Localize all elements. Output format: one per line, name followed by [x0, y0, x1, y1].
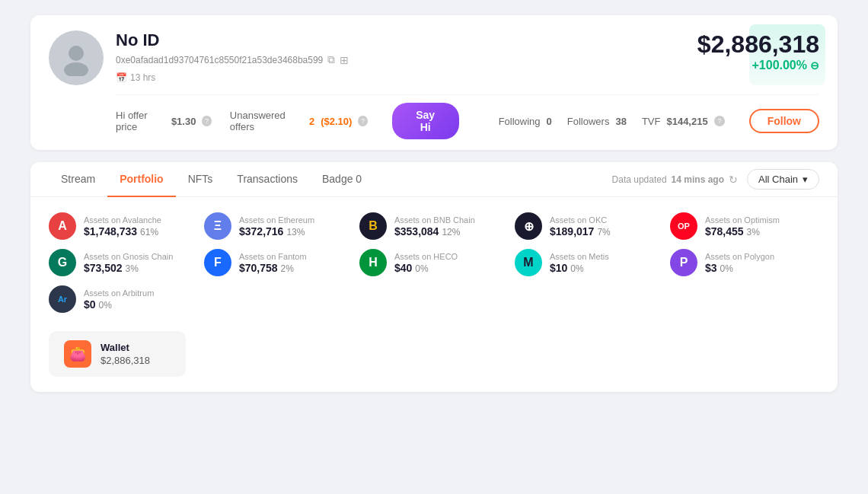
fantom-icon: F	[204, 249, 231, 276]
wallet-label: Wallet	[101, 342, 150, 353]
refresh-icon[interactable]: ↻	[729, 174, 738, 186]
followers-count: 38	[615, 116, 626, 127]
asset-chain-name-heco: Assets on HECO	[394, 252, 458, 261]
tab-stream[interactable]: Stream	[49, 162, 107, 197]
asset-pct-gnosis: 3%	[126, 263, 139, 274]
tvf-label: TVF	[642, 116, 661, 127]
polygon-icon: P	[670, 249, 697, 276]
asset-chain-name-okc: Assets on OKC	[550, 215, 611, 225]
asset-chain-name-polygon: Assets on Polygon	[705, 252, 774, 261]
asset-value-okc: $189,0177%	[550, 225, 611, 237]
assets-grid: AAssets on Avalanche$1,748,73361%ΞAssets…	[49, 212, 819, 313]
following-label: Following	[499, 116, 541, 127]
asset-value-ethereum: $372,71613%	[239, 225, 314, 237]
asset-info-ethereum: Assets on Ethereum$372,71613%	[239, 215, 314, 237]
asset-info-fantom: Assets on Fantom$70,7582%	[239, 252, 307, 274]
say-hi-button[interactable]: Say Hi	[392, 103, 459, 139]
portfolio-value-section: $2,886,318 +100.00% ⊖	[697, 30, 819, 72]
portfolio-change: +100.00% ⊖	[697, 59, 819, 72]
follow-stats: Following 0 Followers 38 TVF $144,215 ?	[499, 116, 725, 127]
asset-item-okc[interactable]: ⊕Assets on OKC$189,0177%	[515, 212, 664, 240]
calendar-icon: 📅	[116, 72, 127, 83]
main-content-card: Stream Portfolio NFTs Transactions Badge…	[30, 162, 838, 392]
asset-item-gnosis[interactable]: GAssets on Gnosis Chain$73,5023%	[49, 249, 198, 276]
asset-item-heco[interactable]: HAssets on HECO$400%	[359, 249, 509, 276]
asset-value-avalanche: $1,748,73361%	[84, 225, 161, 237]
asset-chain-name-fantom: Assets on Fantom	[239, 252, 307, 261]
asset-info-bnb: Assets on BNB Chain$353,08412%	[394, 215, 475, 237]
chain-select-dropdown[interactable]: All Chain ▾	[747, 169, 819, 190]
tvf-info-icon[interactable]: ?	[714, 116, 725, 126]
profile-card: No ID 0xe0afadad1d93704761c8550f21a53de3…	[30, 15, 838, 150]
avalanche-icon: A	[49, 212, 76, 240]
asset-item-metis[interactable]: MAssets on Metis$100%	[515, 249, 664, 276]
data-updated-label: Data updated 14 mins ago ↻	[612, 174, 738, 186]
hi-offer-label: Hi offer price	[116, 110, 165, 132]
unanswered-label: Unanswered offers	[230, 110, 303, 132]
svg-point-0	[69, 46, 84, 61]
asset-chain-name-gnosis: Assets on Gnosis Chain	[84, 252, 173, 261]
tab-badge[interactable]: Badge 0	[310, 162, 374, 197]
asset-value-gnosis: $73,5023%	[84, 262, 173, 274]
follow-button[interactable]: Follow	[749, 109, 819, 133]
unanswered-info-icon[interactable]: ?	[358, 116, 367, 126]
asset-item-optimism[interactable]: OPAssets on Optimism$78,4553%	[670, 212, 819, 240]
tab-portfolio[interactable]: Portfolio	[107, 162, 176, 197]
asset-value-optimism: $78,4553%	[705, 225, 780, 237]
bnb-icon: B	[359, 212, 387, 240]
tab-transactions[interactable]: Transactions	[225, 162, 310, 197]
wallet-amount: $2,886,318	[101, 355, 150, 366]
wallet-address: 0xe0afadad1d93704761c8550f21a53de3468ba5…	[116, 55, 323, 65]
tvf-value: $144,215	[666, 116, 707, 127]
tab-nfts[interactable]: NFTs	[176, 162, 225, 197]
asset-item-bnb[interactable]: BAssets on BNB Chain$353,08412%	[359, 212, 509, 240]
copy-icon[interactable]: ⧉	[327, 53, 335, 66]
tabs-bar: Stream Portfolio NFTs Transactions Badge…	[30, 162, 838, 197]
hi-offer-section: Hi offer price $1.30 ? Unanswered offers…	[116, 110, 368, 132]
chain-select-label: All Chain	[758, 174, 798, 185]
wallet-card[interactable]: 👛 Wallet $2,886,318	[49, 331, 186, 377]
asset-pct-arbitrum: 0%	[99, 300, 112, 311]
asset-chain-name-arbitrum: Assets on Arbitrum	[84, 288, 154, 298]
asset-info-gnosis: Assets on Gnosis Chain$73,5023%	[84, 252, 173, 274]
asset-pct-metis: 0%	[570, 263, 583, 274]
portfolio-amount: $2,886,318	[697, 30, 819, 59]
asset-item-avalanche[interactable]: AAssets on Avalanche$1,748,73361%	[49, 212, 198, 240]
wallet-info: Wallet $2,886,318	[101, 342, 150, 366]
asset-pct-avalanche: 61%	[140, 227, 158, 237]
okc-icon: ⊕	[515, 212, 542, 240]
chevron-down-icon: ▾	[803, 174, 808, 185]
asset-item-ethereum[interactable]: ΞAssets on Ethereum$372,71613%	[204, 212, 353, 240]
tabs-right-controls: Data updated 14 mins ago ↻ All Chain ▾	[612, 169, 819, 190]
wallet-section: 👛 Wallet $2,886,318	[49, 331, 819, 377]
asset-value-fantom: $70,7582%	[239, 262, 307, 274]
asset-item-polygon[interactable]: PAssets on Polygon$30%	[670, 249, 819, 276]
asset-info-heco: Assets on HECO$400%	[394, 252, 458, 274]
metis-icon: M	[515, 249, 542, 276]
heco-icon: H	[359, 249, 387, 276]
asset-info-avalanche: Assets on Avalanche$1,748,73361%	[84, 215, 161, 237]
asset-value-polygon: $30%	[705, 262, 774, 274]
asset-pct-okc: 7%	[597, 227, 610, 237]
profile-time: 📅 13 hrs	[116, 72, 349, 83]
profile-meta-row: Hi offer price $1.30 ? Unanswered offers…	[116, 94, 819, 150]
asset-item-fantom[interactable]: FAssets on Fantom$70,7582%	[204, 249, 353, 276]
asset-pct-heco: 0%	[415, 263, 428, 274]
asset-value-metis: $100%	[550, 262, 609, 274]
asset-pct-ethereum: 13%	[286, 227, 305, 237]
unanswered-count: 2	[309, 116, 314, 127]
asset-value-arbitrum: $00%	[84, 298, 154, 311]
followers-label: Followers	[567, 116, 610, 127]
asset-item-arbitrum[interactable]: ArAssets on Arbitrum$00%	[49, 285, 198, 313]
wallet-icon: 👛	[64, 340, 91, 368]
hi-offer-info-icon[interactable]: ?	[202, 116, 211, 126]
profile-info: No ID 0xe0afadad1d93704761c8550f21a53de3…	[116, 30, 349, 83]
gnosis-icon: G	[49, 249, 76, 276]
chevron-down-icon[interactable]: ⊖	[810, 59, 819, 72]
ethereum-icon: Ξ	[204, 212, 231, 240]
qr-icon[interactable]: ⊞	[340, 54, 349, 66]
unanswered-value: ($2.10)	[321, 116, 352, 127]
profile-identity: No ID 0xe0afadad1d93704761c8550f21a53de3…	[49, 30, 349, 85]
asset-info-optimism: Assets on Optimism$78,4553%	[705, 215, 780, 237]
asset-info-okc: Assets on OKC$189,0177%	[550, 215, 611, 237]
